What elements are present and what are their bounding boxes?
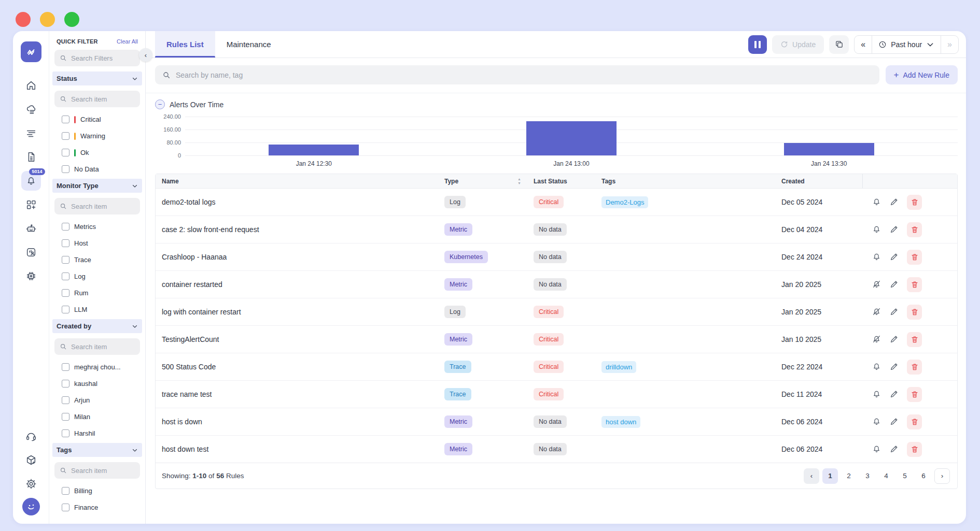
page-button-3[interactable]: 3	[860, 468, 875, 484]
checkbox[interactable]	[62, 363, 69, 371]
filter-option-critical[interactable]: Critical	[62, 112, 140, 126]
rules-search-input[interactable]: Search by name, tag	[155, 65, 879, 84]
filter-option-harshil[interactable]: Harshil	[62, 426, 140, 440]
delete-icon-button[interactable]	[907, 332, 922, 347]
clear-all-filters-link[interactable]: Clear All	[117, 38, 138, 45]
filter-option-ok[interactable]: Ok	[62, 146, 140, 160]
edit-icon-button[interactable]	[889, 252, 900, 262]
checkbox[interactable]	[62, 413, 69, 421]
checkbox[interactable]	[62, 149, 69, 156]
table-row[interactable]: trace name testTraceCriticalDec 11 2024	[156, 381, 957, 408]
next-page-button[interactable]: ›	[934, 468, 950, 484]
mute-bell-icon-button[interactable]	[872, 279, 882, 290]
user-avatar[interactable]	[22, 498, 40, 515]
delete-icon-button[interactable]	[907, 305, 922, 320]
time-shift-forward-button[interactable]: »	[941, 36, 958, 53]
delete-icon-button[interactable]	[907, 195, 922, 210]
filter-item-search-input[interactable]: Search item	[54, 338, 140, 355]
filter-section-header-status[interactable]: Status	[52, 71, 142, 85]
checkbox[interactable]	[62, 396, 69, 404]
sidebar-item-integrations[interactable]	[21, 266, 41, 286]
page-button-4[interactable]: 4	[878, 468, 894, 484]
filter-section-header-monitor-type[interactable]: Monitor Type	[52, 179, 142, 193]
filter-section-header-created-by[interactable]: Created by	[52, 319, 142, 333]
bell-icon-button[interactable]	[872, 197, 882, 207]
sidebar-item-support[interactable]	[21, 426, 41, 446]
sidebar-item-infrastructure[interactable]	[21, 99, 41, 119]
edit-icon-button[interactable]	[889, 224, 900, 235]
page-button-1[interactable]: 1	[822, 468, 838, 484]
checkbox[interactable]	[62, 289, 69, 297]
delete-icon-button[interactable]	[907, 414, 922, 429]
checkbox[interactable]	[62, 429, 69, 437]
checkbox[interactable]	[62, 239, 69, 247]
tag-badge[interactable]: drilldown	[601, 361, 636, 373]
time-shift-back-button[interactable]: «	[855, 36, 872, 53]
edit-icon-button[interactable]	[889, 444, 900, 454]
sidebar-item-dashboards[interactable]	[21, 195, 41, 214]
filter-option-billing[interactable]: Billing	[62, 484, 140, 498]
table-row[interactable]: Crashloop - HaanaaKubernetesNo dataDec 2…	[156, 243, 957, 271]
table-row[interactable]: demo2-total logsLogCriticalDemo2-LogsDec…	[156, 189, 957, 216]
edit-icon-button[interactable]	[889, 334, 900, 345]
edit-icon-button[interactable]	[889, 307, 900, 317]
sidebar-item-home[interactable]	[21, 76, 41, 95]
bell-icon-button[interactable]	[872, 389, 882, 399]
filter-option-meghraj-chou-[interactable]: meghraj chou...	[62, 360, 140, 374]
sidebar-item-install[interactable]	[21, 450, 41, 470]
mute-bell-icon-button[interactable]	[872, 334, 882, 345]
previous-page-button[interactable]: ‹	[804, 468, 819, 484]
tab-maintenance[interactable]: Maintenance	[215, 31, 283, 58]
app-logo[interactable]	[21, 41, 41, 62]
delete-icon-button[interactable]	[907, 360, 922, 375]
table-row[interactable]: case 2: slow front-end requestMetricNo d…	[156, 216, 957, 243]
sidebar-item-logs[interactable]	[21, 123, 41, 143]
sidebar-item-sessions[interactable]	[21, 242, 41, 262]
table-row[interactable]: host down testMetricNo dataDec 06 2024	[156, 436, 957, 463]
sort-icon[interactable]: ▲▼	[517, 177, 521, 185]
tag-badge[interactable]: host down	[601, 416, 640, 428]
delete-icon-button[interactable]	[907, 277, 922, 292]
page-button-5[interactable]: 5	[897, 468, 913, 484]
filter-option-arjun[interactable]: Arjun	[62, 393, 140, 407]
edit-icon-button[interactable]	[889, 389, 900, 399]
filter-option-kaushal[interactable]: kaushal	[62, 377, 140, 391]
checkbox[interactable]	[62, 380, 69, 388]
chart-bar-jan-24-12-30[interactable]	[269, 145, 359, 155]
filter-option-milan[interactable]: Milan	[62, 410, 140, 424]
chart-bar-jan-24-13-00[interactable]	[526, 121, 617, 155]
time-range-selector[interactable]: Past hour	[872, 36, 941, 53]
checkbox[interactable]	[62, 504, 69, 511]
checkbox[interactable]	[62, 256, 69, 264]
minimize-window-button[interactable]	[40, 12, 55, 27]
checkbox[interactable]	[62, 116, 69, 123]
collapse-chart-button[interactable]: −	[155, 99, 165, 109]
bell-icon-button[interactable]	[872, 417, 882, 427]
checkbox[interactable]	[62, 165, 69, 173]
filter-option-log[interactable]: Log	[62, 269, 140, 283]
filter-option-llm[interactable]: LLM	[62, 303, 140, 317]
table-row[interactable]: 500 Status CodeTraceCriticaldrilldownDec…	[156, 353, 957, 381]
filter-item-search-input[interactable]: Search item	[54, 91, 140, 107]
pause-refresh-button[interactable]	[748, 35, 767, 54]
edit-icon-button[interactable]	[889, 197, 900, 207]
add-new-rule-button[interactable]: + Add New Rule	[886, 65, 958, 84]
copy-link-button[interactable]	[829, 35, 849, 54]
column-header-type[interactable]: Type▲▼	[438, 177, 527, 185]
checkbox[interactable]	[62, 306, 69, 313]
filter-option-trace[interactable]: Trace	[62, 253, 140, 267]
delete-icon-button[interactable]	[907, 387, 922, 402]
table-row[interactable]: TestingAlertCountMetricCriticalJan 10 20…	[156, 326, 957, 353]
table-row[interactable]: host is downMetricNo datahost downDec 06…	[156, 408, 957, 436]
delete-icon-button[interactable]	[907, 250, 922, 265]
sidebar-item-reports[interactable]	[21, 147, 41, 167]
tab-rules-list[interactable]: Rules List	[155, 31, 215, 58]
filter-option-rum[interactable]: Rum	[62, 286, 140, 300]
tag-badge[interactable]: Demo2-Logs	[601, 196, 648, 208]
sidebar-item-assistant[interactable]	[21, 219, 41, 238]
filter-search-input[interactable]: Search Filters	[54, 50, 140, 66]
filter-option-no-data[interactable]: No Data	[62, 162, 140, 176]
filter-section-header-tags[interactable]: Tags	[52, 443, 142, 457]
bell-icon-button[interactable]	[872, 444, 882, 454]
checkbox[interactable]	[62, 272, 69, 280]
